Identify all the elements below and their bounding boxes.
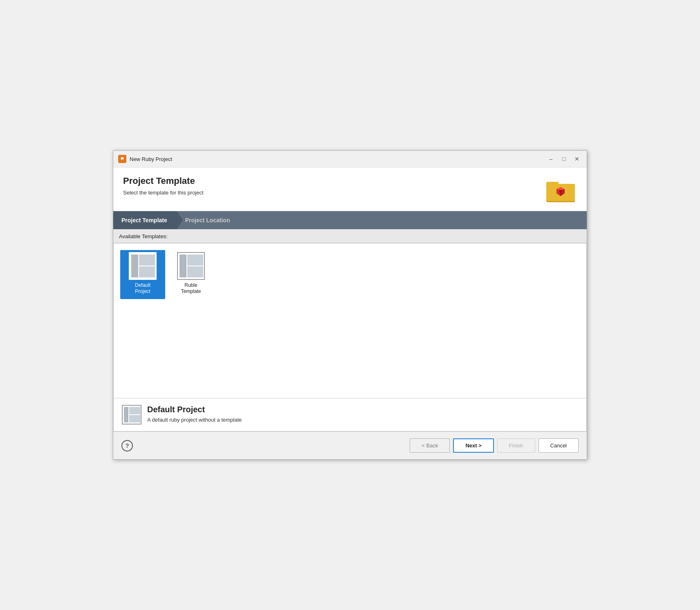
breadcrumb-label-1: Project Template	[121, 217, 167, 223]
minimize-button[interactable]: ‒	[546, 154, 556, 164]
description-body: A default ruby project without a templat…	[147, 417, 242, 423]
template-default-project[interactable]: DefaultProject	[120, 250, 165, 299]
description-area: Default Project A default ruby project w…	[113, 398, 587, 431]
app-icon	[118, 155, 126, 163]
title-bar-controls: ‒ □ ✕	[546, 154, 582, 164]
back-button[interactable]: < Back	[410, 438, 450, 453]
help-button[interactable]: ?	[121, 440, 133, 451]
header-subtitle: Select the template for this project	[123, 190, 204, 196]
breadcrumb-nav: Project Template Project Location	[113, 211, 587, 229]
template-ruble-label: RubleTemplate	[181, 282, 201, 295]
dialog-window: New Ruby Project ‒ □ ✕ Project Template …	[113, 150, 587, 460]
dialog-header: Project Template Select the template for…	[113, 168, 587, 211]
templates-grid: DefaultProject RubleTemplate	[113, 243, 587, 398]
template-default-project-icon	[129, 252, 157, 280]
available-label: Available Templates:	[113, 229, 587, 243]
cancel-button[interactable]: Cancel	[538, 438, 579, 453]
template-default-label: DefaultProject	[135, 282, 150, 295]
breadcrumb-project-template[interactable]: Project Template	[113, 211, 177, 229]
finish-button: Finish	[497, 438, 535, 453]
maximize-button[interactable]: □	[559, 154, 569, 164]
dialog-body: Available Templates: DefaultProject	[113, 229, 587, 431]
next-button[interactable]: Next >	[453, 438, 494, 453]
dialog-footer: ? < Back Next > Finish Cancel	[113, 431, 587, 459]
description-text: Default Project A default ruby project w…	[147, 405, 242, 423]
breadcrumb-label-2: Project Location	[185, 217, 230, 223]
footer-buttons: < Back Next > Finish Cancel	[410, 438, 579, 453]
header-text: Project Template Select the template for…	[123, 176, 204, 196]
ruby-folder-icon	[544, 176, 577, 204]
template-ruble-icon	[177, 252, 205, 280]
template-ruble[interactable]: RubleTemplate	[168, 250, 213, 299]
header-title: Project Template	[123, 176, 204, 186]
close-button[interactable]: ✕	[572, 154, 582, 164]
title-bar: New Ruby Project ‒ □ ✕	[113, 151, 587, 168]
window-title: New Ruby Project	[130, 156, 172, 162]
help-icon: ?	[125, 442, 129, 449]
description-icon	[122, 405, 141, 425]
title-bar-left: New Ruby Project	[118, 155, 172, 163]
description-title: Default Project	[147, 405, 242, 414]
breadcrumb-project-location[interactable]: Project Location	[177, 211, 240, 229]
